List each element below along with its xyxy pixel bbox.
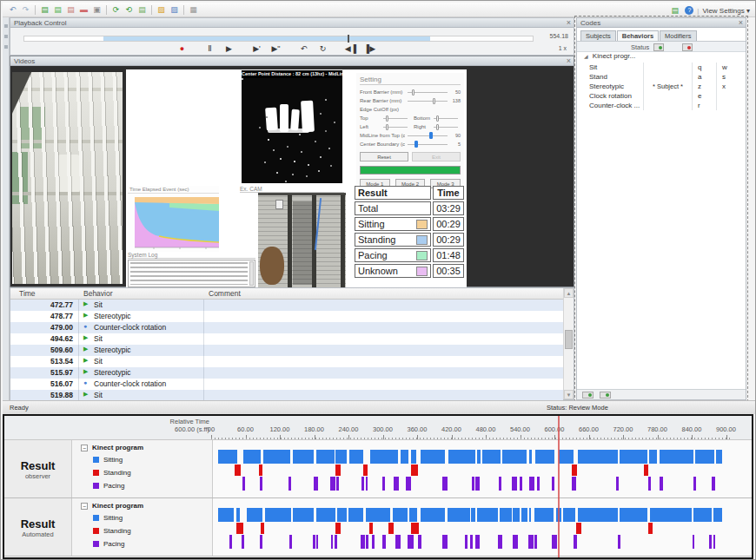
event-row[interactable]: 513.54▶Sit bbox=[10, 356, 563, 367]
color-swatch bbox=[416, 267, 428, 276]
statistics-icon[interactable]: ▦ bbox=[188, 4, 199, 16]
event-row[interactable]: 509.60▶Stereotypic bbox=[10, 345, 563, 356]
expander-icon[interactable]: ◢ bbox=[584, 54, 588, 59]
close-icon[interactable]: × bbox=[567, 18, 571, 27]
frame-back-button[interactable]: ◀▐ bbox=[344, 43, 357, 55]
sitting-bar bbox=[529, 508, 531, 522]
add-observation-icon[interactable]: ▤ bbox=[52, 4, 63, 16]
behavior-name: Sit bbox=[577, 63, 643, 71]
event-row[interactable]: 478.77▶Stereotypic bbox=[10, 311, 563, 322]
events-table: Time Behavior Comment 472.77▶Sit478.77▶S… bbox=[10, 287, 574, 400]
delete-observation-icon[interactable]: ▬ bbox=[78, 4, 90, 16]
codes-foot-button-1[interactable] bbox=[582, 392, 594, 399]
codes-foot-button-2[interactable] bbox=[600, 392, 611, 399]
event-row[interactable]: 472.77▶Sit bbox=[10, 300, 563, 311]
setting-value: 5 bbox=[450, 142, 461, 147]
slider-thumb[interactable] bbox=[429, 132, 433, 139]
reset-button[interactable]: Reset bbox=[360, 152, 408, 161]
scroll-down-icon[interactable]: ▼ bbox=[564, 390, 574, 399]
tab-subjects[interactable]: Subjects bbox=[580, 30, 616, 41]
add-code-icon[interactable] bbox=[653, 43, 664, 51]
behavior-row[interactable]: Standas bbox=[577, 72, 746, 82]
event-time: 509.60 bbox=[10, 346, 73, 354]
timeline-track-area[interactable] bbox=[213, 440, 739, 497]
play-to-mark-button[interactable]: ▶ʹ bbox=[250, 43, 263, 55]
slider-thumb[interactable] bbox=[436, 124, 439, 130]
slider-thumb[interactable] bbox=[436, 115, 439, 122]
sitting-bar bbox=[243, 450, 262, 464]
pacing-bar bbox=[713, 535, 715, 549]
tracking-progress-bar bbox=[360, 166, 461, 175]
axis-tick-label: 720.00 bbox=[613, 425, 633, 433]
export-icon[interactable]: ▤ bbox=[669, 5, 680, 16]
event-row[interactable]: 516.07●Counter-clock rotation bbox=[10, 379, 563, 390]
scroll-up-icon[interactable]: ▲ bbox=[564, 288, 574, 298]
sitting-bar bbox=[421, 450, 445, 464]
slider-thumb[interactable] bbox=[412, 89, 414, 96]
view-settings-button[interactable]: View Settings ▾ bbox=[702, 7, 750, 15]
capture-icon[interactable]: ▣ bbox=[91, 4, 103, 16]
event-row[interactable]: 479.00●Counter-clock rotation bbox=[10, 322, 563, 333]
behavior-row[interactable]: Sitqw bbox=[577, 63, 746, 72]
close-icon[interactable]: × bbox=[739, 18, 743, 27]
toolbar-separator bbox=[35, 5, 36, 15]
pacing-bar bbox=[366, 477, 368, 491]
slider-thumb[interactable] bbox=[433, 98, 435, 104]
pacing-bar bbox=[693, 477, 696, 491]
collapse-icon[interactable]: − bbox=[81, 445, 88, 451]
sync-icon[interactable]: ⟲ bbox=[123, 4, 135, 16]
loop-button[interactable]: ↻ bbox=[316, 43, 329, 55]
jump-back-button[interactable]: ↶ bbox=[297, 43, 310, 55]
playback-control-panel: Playback Control × 554.18 ●Ⅱ▶▶ʹ▶ʺ↶↻◀▐▐▶ … bbox=[10, 17, 574, 56]
slider-thumb[interactable] bbox=[348, 35, 349, 43]
color-swatch bbox=[416, 235, 428, 245]
frame-forward-button[interactable]: ▐▶ bbox=[363, 43, 376, 55]
redo-icon[interactable]: ↷ bbox=[20, 4, 31, 16]
undo-icon[interactable]: ↶ bbox=[7, 4, 18, 16]
pacing-bar bbox=[498, 535, 502, 549]
help-icon[interactable]: ? bbox=[685, 6, 693, 15]
open-project-icon[interactable]: ▨ bbox=[156, 4, 167, 16]
slider-thumb[interactable] bbox=[414, 141, 418, 148]
playback-position-slider[interactable] bbox=[23, 36, 534, 42]
play-button[interactable]: ▶ bbox=[222, 43, 235, 55]
slider-thumb[interactable] bbox=[386, 124, 388, 130]
standing-bar bbox=[259, 464, 262, 476]
pacing-bar bbox=[472, 477, 474, 491]
edit-observation-icon[interactable]: ▤ bbox=[65, 4, 76, 16]
save-project-icon[interactable]: ▨ bbox=[169, 4, 180, 16]
collapse-icon[interactable]: − bbox=[81, 503, 88, 510]
export-data-icon[interactable]: ▤ bbox=[136, 4, 148, 16]
pacing-bar bbox=[442, 477, 447, 491]
toolbar-separator bbox=[183, 5, 184, 15]
status-bar: Ready Status: Review Mode bbox=[3, 400, 755, 414]
behavior-row[interactable]: Counter-clock ...r bbox=[577, 101, 746, 110]
scrollbar[interactable] bbox=[249, 261, 254, 286]
close-icon[interactable]: × bbox=[567, 56, 571, 65]
event-row[interactable]: 515.97▶Stereotypic bbox=[10, 367, 563, 379]
behavior-row[interactable]: Clock rotatione bbox=[577, 91, 746, 101]
delete-code-icon[interactable] bbox=[682, 43, 693, 51]
slider-thumb[interactable] bbox=[386, 115, 388, 122]
event-row[interactable]: 494.62▶Sit bbox=[10, 333, 563, 345]
pacing-bar bbox=[229, 535, 231, 549]
events-scrollbar[interactable]: ▲ ▼ bbox=[563, 288, 574, 399]
dock-strip[interactable] bbox=[3, 17, 10, 400]
scrollbar-thumb[interactable] bbox=[565, 330, 573, 349]
new-observation-icon[interactable]: ▤ bbox=[39, 4, 50, 16]
playback-position-value: 554.18 bbox=[550, 33, 568, 39]
state-event-icon: ▶ bbox=[83, 346, 88, 352]
play-from-mark-button[interactable]: ▶ʺ bbox=[269, 43, 282, 55]
pacing-bar bbox=[554, 535, 556, 549]
record-button[interactable]: ● bbox=[176, 43, 189, 55]
tab-modifiers[interactable]: Modifiers bbox=[660, 30, 696, 41]
timeline-cursor[interactable] bbox=[558, 416, 560, 557]
refresh-icon[interactable]: ⟳ bbox=[110, 4, 122, 16]
exit-button[interactable]: Exit bbox=[412, 152, 461, 161]
behavior-row[interactable]: Stereotypic* Subject *zx bbox=[577, 82, 746, 91]
tab-behaviors[interactable]: Behaviors bbox=[617, 30, 659, 41]
point-event-icon: ● bbox=[83, 379, 87, 385]
pause-button[interactable]: Ⅱ bbox=[203, 43, 216, 55]
behavior-group-row[interactable]: ◢ Kinect progr... bbox=[577, 52, 746, 63]
timeline-track-area[interactable] bbox=[213, 498, 739, 556]
